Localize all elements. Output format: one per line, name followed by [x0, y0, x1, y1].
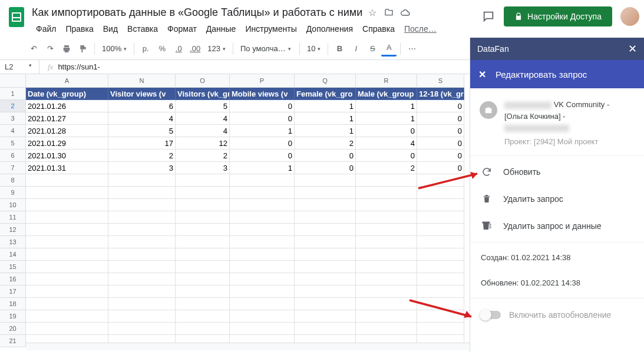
- cell-value[interactable]: 1: [230, 125, 295, 137]
- empty-cell[interactable]: [108, 298, 176, 310]
- empty-cell[interactable]: [176, 199, 230, 211]
- empty-cell[interactable]: [108, 211, 176, 224]
- zoom-select[interactable]: 100%: [98, 41, 130, 57]
- empty-cell[interactable]: [108, 310, 176, 323]
- empty-cell[interactable]: [356, 248, 417, 261]
- menu-дополнения[interactable]: Дополнения: [302, 22, 357, 36]
- empty-cell[interactable]: [26, 248, 108, 261]
- header-cell[interactable]: Date (vk_group): [26, 88, 108, 100]
- cell-value[interactable]: 1: [230, 162, 295, 174]
- empty-cell[interactable]: [26, 224, 108, 236]
- empty-cell[interactable]: [356, 211, 417, 224]
- delete-action[interactable]: Удалить запрос: [470, 185, 644, 212]
- empty-cell[interactable]: [108, 285, 176, 298]
- empty-cell[interactable]: [176, 261, 230, 273]
- name-box[interactable]: L2: [0, 62, 35, 71]
- row-header[interactable]: 19: [0, 310, 26, 323]
- empty-cell[interactable]: [230, 273, 295, 285]
- empty-cell[interactable]: [295, 236, 356, 248]
- empty-cell[interactable]: [295, 174, 356, 187]
- empty-cell[interactable]: [417, 174, 464, 187]
- cell-value[interactable]: 3: [176, 162, 230, 174]
- empty-cell[interactable]: [176, 285, 230, 298]
- empty-cell[interactable]: [26, 236, 108, 248]
- cell-value[interactable]: 4: [108, 112, 176, 125]
- comments-icon[interactable]: [481, 9, 496, 24]
- cell-date[interactable]: 2021.01.29: [26, 137, 108, 150]
- cell-value[interactable]: 0: [295, 162, 356, 174]
- row-header[interactable]: 11: [0, 211, 26, 224]
- empty-cell[interactable]: [176, 174, 230, 187]
- cell-value[interactable]: 12: [176, 137, 230, 150]
- row-header[interactable]: 3: [0, 112, 26, 125]
- cell-value[interactable]: 5: [176, 100, 230, 112]
- empty-cell[interactable]: [295, 323, 356, 335]
- cell-date[interactable]: 2021.01.31: [26, 162, 108, 174]
- row-header[interactable]: 16: [0, 273, 26, 285]
- menu-данные[interactable]: Данные: [202, 22, 240, 36]
- menu-формат[interactable]: Формат: [163, 22, 201, 36]
- empty-cell[interactable]: [108, 236, 176, 248]
- empty-cell[interactable]: [108, 261, 176, 273]
- empty-cell[interactable]: [108, 224, 176, 236]
- empty-cell[interactable]: [295, 261, 356, 273]
- percent-button[interactable]: %: [154, 41, 170, 57]
- empty-cell[interactable]: [417, 187, 464, 199]
- empty-cell[interactable]: [108, 323, 176, 335]
- cell-value[interactable]: 0: [230, 100, 295, 112]
- empty-cell[interactable]: [417, 285, 464, 298]
- empty-cell[interactable]: [356, 323, 417, 335]
- cell-value[interactable]: 3: [108, 162, 176, 174]
- avatar[interactable]: [620, 7, 639, 26]
- cell-date[interactable]: 2021.01.26: [26, 100, 108, 112]
- empty-cell[interactable]: [176, 187, 230, 199]
- cell-date[interactable]: 2021.01.28: [26, 125, 108, 137]
- cell-value[interactable]: 2: [176, 150, 230, 162]
- empty-cell[interactable]: [417, 211, 464, 224]
- empty-cell[interactable]: [176, 273, 230, 285]
- empty-cell[interactable]: [295, 310, 356, 323]
- col-header[interactable]: S: [417, 74, 464, 88]
- col-header[interactable]: N: [108, 74, 176, 88]
- header-cell[interactable]: Visitors (vk_grc: [176, 88, 230, 100]
- cell-value[interactable]: 4: [176, 125, 230, 137]
- row-header[interactable]: 7: [0, 162, 26, 174]
- cell-value[interactable]: 0: [295, 150, 356, 162]
- empty-cell[interactable]: [356, 273, 417, 285]
- menu-инструменты[interactable]: Инструменты: [241, 22, 300, 36]
- empty-cell[interactable]: [108, 273, 176, 285]
- empty-cell[interactable]: [356, 310, 417, 323]
- empty-cell[interactable]: [230, 224, 295, 236]
- empty-cell[interactable]: [356, 236, 417, 248]
- italic-button[interactable]: I: [348, 41, 364, 57]
- empty-cell[interactable]: [230, 310, 295, 323]
- cell-value[interactable]: 0: [356, 150, 417, 162]
- empty-cell[interactable]: [176, 211, 230, 224]
- empty-cell[interactable]: [417, 248, 464, 261]
- empty-cell[interactable]: [230, 248, 295, 261]
- empty-cell[interactable]: [295, 211, 356, 224]
- decimal-less-button[interactable]: .0: [171, 41, 186, 57]
- app-logo[interactable]: [5, 5, 28, 29]
- empty-cell[interactable]: [26, 174, 108, 187]
- cell-value[interactable]: 1: [295, 100, 356, 112]
- empty-cell[interactable]: [26, 187, 108, 199]
- empty-cell[interactable]: [230, 285, 295, 298]
- print-button[interactable]: [59, 41, 74, 57]
- bold-button[interactable]: B: [332, 41, 347, 57]
- empty-cell[interactable]: [26, 261, 108, 273]
- empty-cell[interactable]: [176, 323, 230, 335]
- decimal-more-button[interactable]: .00: [187, 41, 203, 57]
- empty-cell[interactable]: [356, 199, 417, 211]
- cell-value[interactable]: 0: [417, 137, 464, 150]
- row-header[interactable]: 1: [0, 88, 26, 100]
- row-header[interactable]: 9: [0, 187, 26, 199]
- empty-cell[interactable]: [176, 224, 230, 236]
- col-header[interactable]: P: [230, 74, 295, 88]
- empty-cell[interactable]: [108, 174, 176, 187]
- header-cell[interactable]: Visitor views (v: [108, 88, 176, 100]
- empty-cell[interactable]: [230, 174, 295, 187]
- empty-cell[interactable]: [26, 298, 108, 310]
- close-icon[interactable]: ✕: [628, 42, 637, 55]
- number-format-select[interactable]: 123: [204, 41, 229, 57]
